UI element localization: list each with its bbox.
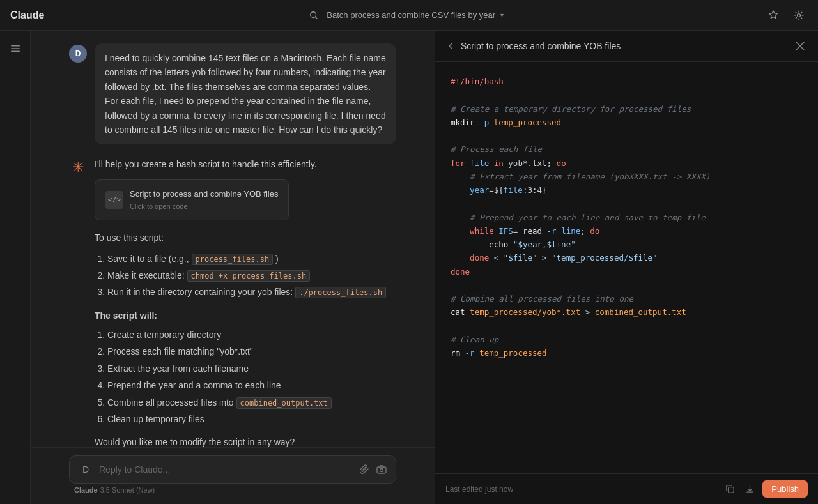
footer-actions: Publish [723, 480, 808, 498]
input-box: D Reply to Claude... [69, 455, 396, 484]
star-icon [768, 10, 778, 20]
code-inline: combined_output.txt [236, 397, 332, 409]
list-item: Extract the year from each filename [107, 362, 386, 376]
model-selector: Claude 3.5 Sonnet (New) [69, 484, 396, 494]
copy-code-button[interactable] [723, 482, 737, 496]
code-block: #!/bin/bash # Create a temporary directo… [435, 62, 818, 372]
sidebar-icon [10, 43, 21, 54]
will-heading: The script will: [95, 309, 386, 323]
panel-close-button[interactable] [792, 38, 808, 54]
step-list: Save it to a file (e.g., process_files.s… [95, 252, 386, 300]
instructions-heading: To use this script: [95, 231, 386, 245]
user-bubble: I need to quickly combine 145 text files… [95, 43, 396, 144]
list-item: Clean up temporary files [107, 412, 386, 426]
publish-button[interactable]: Publish [762, 480, 808, 498]
main-layout: D I need to quickly combine 145 text fil… [0, 31, 818, 504]
attach-icon [360, 464, 370, 475]
list-item: Create a temporary directory [107, 328, 386, 342]
panel-title: Script to process and combine YOB files [461, 41, 621, 51]
topbar: Claude Batch process and combine CSV fil… [0, 0, 818, 31]
user-avatar: D [69, 45, 87, 63]
settings-button[interactable] [790, 6, 808, 24]
right-panel-header: Script to process and combine YOB files [435, 31, 818, 62]
attach-button[interactable] [360, 464, 370, 475]
download-icon [745, 484, 755, 494]
camera-icon [376, 464, 387, 475]
close-icon [796, 42, 805, 50]
code-container: #!/bin/bash # Create a temporary directo… [435, 62, 818, 473]
chat-messages: D I need to quickly combine 145 text fil… [31, 31, 435, 447]
code-inline: process_files.sh [192, 254, 274, 265]
code-card-icon: </> [105, 191, 123, 209]
claude-intro: I'll help you create a bash script to ha… [95, 157, 386, 171]
topbar-right [764, 6, 808, 24]
conversation-title: Batch process and combine CSV files by y… [327, 10, 495, 20]
code-card-subtitle: Click to open code [130, 201, 278, 213]
code-card-info: Script to process and combine YOB files … [130, 188, 278, 212]
user-message: D I need to quickly combine 145 text fil… [69, 43, 396, 144]
settings-icon [794, 10, 804, 20]
svg-line-1 [315, 17, 317, 19]
star-button[interactable] [764, 6, 782, 24]
code-link-card[interactable]: </> Script to process and combine YOB fi… [95, 179, 289, 220]
topbar-center: Batch process and combine CSV files by y… [305, 6, 504, 24]
closing-question: Would you like me to modify the script i… [95, 435, 386, 447]
chevron-down-icon: ▾ [500, 11, 504, 19]
copy-icon-footer [725, 484, 735, 494]
topbar-left: Claude [10, 10, 44, 21]
claude-message-content: I'll help you create a bash script to ha… [95, 157, 386, 447]
list-item: Prepend the year and a comma to each lin… [107, 378, 386, 392]
panel-back-button[interactable] [445, 41, 456, 51]
claude-asterisk-icon: ✳ [72, 160, 84, 174]
app-title: Claude [10, 10, 44, 21]
left-sidebar [0, 31, 31, 504]
svg-rect-13 [729, 487, 734, 493]
list-item: Process each file matching "yob*.txt" [107, 344, 386, 358]
user-avatar-input: D [82, 464, 89, 475]
svg-rect-3 [11, 45, 20, 47]
back-arrow-icon [445, 41, 456, 51]
svg-rect-9 [377, 467, 386, 473]
description-list: Create a temporary directory Process eac… [95, 328, 386, 426]
input-area: D Reply to Claude... Claude [31, 447, 435, 504]
svg-rect-5 [11, 51, 20, 52]
right-panel-footer: Last edited just now Publish [435, 473, 818, 504]
search-icon [309, 11, 318, 20]
code-inline: ./process_files.sh [295, 287, 386, 298]
list-item: Save it to a file (e.g., process_files.s… [107, 252, 386, 266]
last-edited-label: Last edited just now [445, 485, 513, 494]
code-card-title: Script to process and combine YOB files [130, 188, 278, 201]
list-item: Run it in the directory containing your … [107, 285, 386, 299]
claude-message: ✳ I'll help you create a bash script to … [69, 157, 396, 447]
code-inline: chmod +x process_files.sh [187, 270, 311, 282]
right-panel: Script to process and combine YOB files … [435, 31, 818, 504]
svg-point-10 [380, 469, 383, 472]
svg-point-2 [798, 13, 801, 17]
list-item: Combine all processed files into combine… [107, 395, 386, 409]
chat-area: D I need to quickly combine 145 text fil… [31, 31, 435, 504]
svg-rect-4 [11, 48, 20, 49]
camera-button[interactable] [376, 464, 387, 475]
download-button[interactable] [743, 482, 757, 496]
input-placeholder[interactable]: Reply to Claude... [99, 464, 353, 475]
sidebar-toggle-button[interactable] [5, 38, 26, 59]
search-button[interactable] [305, 6, 323, 24]
list-item: Make it executable: chmod +x process_fil… [107, 268, 386, 282]
right-panel-title-row: Script to process and combine YOB files [445, 41, 621, 51]
